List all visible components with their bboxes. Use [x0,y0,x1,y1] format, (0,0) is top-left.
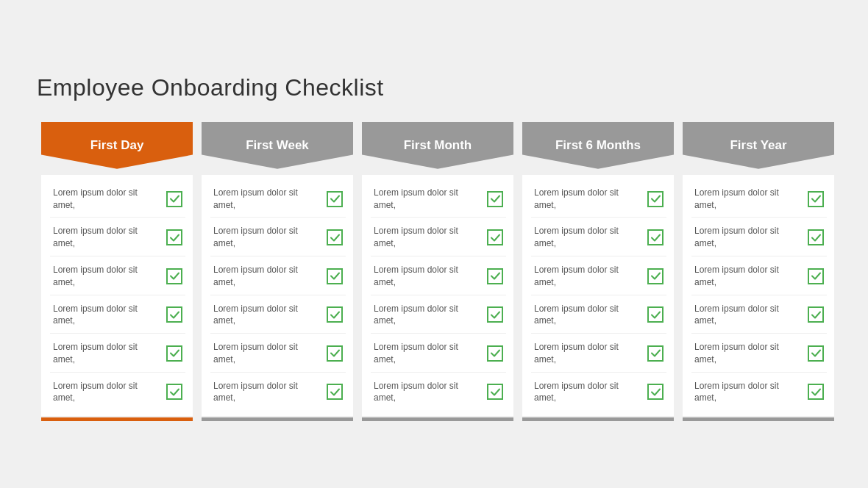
checklist-item[interactable]: Lorem ipsum dolor sit amet, [531,335,666,373]
check-icon [487,345,503,362]
check-icon [487,191,503,207]
check-icon [166,306,182,323]
check-icon [166,268,182,284]
checklist-item[interactable]: Lorem ipsum dolor sit amet, [531,219,666,256]
checklist-item[interactable]: Lorem ipsum dolor sit amet, [50,297,185,334]
check-icon [166,384,182,400]
item-text: Lorem ipsum dolor sit amet, [534,264,643,289]
checklist-item[interactable]: Lorem ipsum dolor sit amet, [691,181,827,218]
check-icon [647,229,664,245]
item-text: Lorem ipsum dolor sit amet, [53,341,162,366]
item-text: Lorem ipsum dolor sit amet, [694,380,803,405]
item-text: Lorem ipsum dolor sit amet, [213,225,322,250]
item-text: Lorem ipsum dolor sit amet, [694,187,803,212]
check-icon [327,191,343,207]
checklist-item[interactable]: Lorem ipsum dolor sit amet, [50,335,185,373]
item-text: Lorem ipsum dolor sit amet, [534,187,643,212]
column-first-year: First YearLorem ipsum dolor sit amet, Lo… [683,122,834,422]
checklist-item[interactable]: Lorem ipsum dolor sit amet, [371,297,506,334]
checklist-item[interactable]: Lorem ipsum dolor sit amet, [210,219,346,256]
checklist-item[interactable]: Lorem ipsum dolor sit amet, [210,297,346,334]
item-text: Lorem ipsum dolor sit amet, [213,380,322,405]
check-icon [327,345,343,362]
item-text: Lorem ipsum dolor sit amet, [53,303,162,328]
checklist-item[interactable]: Lorem ipsum dolor sit amet, [691,335,827,373]
column-footer-first-month [362,417,513,421]
item-text: Lorem ipsum dolor sit amet, [534,303,643,328]
checklist-item[interactable]: Lorem ipsum dolor sit amet, [371,258,506,295]
column-first-month: First MonthLorem ipsum dolor sit amet, L… [362,122,513,422]
column-header-first-6-months: First 6 Months [522,122,674,169]
item-text: Lorem ipsum dolor sit amet, [53,225,162,250]
checklist-item[interactable]: Lorem ipsum dolor sit amet, [531,374,666,411]
checklist-item[interactable]: Lorem ipsum dolor sit amet, [371,335,506,373]
checklist-item[interactable]: Lorem ipsum dolor sit amet, [531,181,666,218]
item-text: Lorem ipsum dolor sit amet, [213,303,322,328]
page-container: Employee Onboarding Checklist First DayL… [15,52,853,437]
check-icon [327,268,343,284]
column-header-first-week: First Week [202,122,353,169]
item-text: Lorem ipsum dolor sit amet, [53,187,162,212]
item-text: Lorem ipsum dolor sit amet, [374,380,483,405]
item-text: Lorem ipsum dolor sit amet, [53,380,162,405]
item-text: Lorem ipsum dolor sit amet, [374,225,483,250]
column-body-first-day: Lorem ipsum dolor sit amet, Lorem ipsum … [41,175,193,417]
checklist-item[interactable]: Lorem ipsum dolor sit amet, [691,258,827,295]
checklist-item[interactable]: Lorem ipsum dolor sit amet, [691,374,827,411]
item-text: Lorem ipsum dolor sit amet, [534,341,643,366]
column-header-first-day: First Day [41,122,193,169]
item-text: Lorem ipsum dolor sit amet, [374,303,483,328]
check-icon [808,306,824,323]
check-icon [647,384,664,400]
checklist-item[interactable]: Lorem ipsum dolor sit amet, [691,297,827,334]
checklist-item[interactable]: Lorem ipsum dolor sit amet, [50,219,185,256]
check-icon [808,345,824,362]
check-icon [808,268,824,284]
item-text: Lorem ipsum dolor sit amet, [694,303,803,328]
checklist-item[interactable]: Lorem ipsum dolor sit amet, [210,335,346,373]
column-first-6-months: First 6 MonthsLorem ipsum dolor sit amet… [522,122,674,422]
item-text: Lorem ipsum dolor sit amet, [213,187,322,212]
check-icon [487,306,503,323]
checklist-item[interactable]: Lorem ipsum dolor sit amet, [210,258,346,295]
column-footer-first-day [41,417,193,421]
check-icon [327,306,343,323]
item-text: Lorem ipsum dolor sit amet, [534,380,643,405]
page-title: Employee Onboarding Checklist [37,74,839,101]
item-text: Lorem ipsum dolor sit amet, [213,341,322,366]
checklist-item[interactable]: Lorem ipsum dolor sit amet, [531,297,666,334]
checklist-item[interactable]: Lorem ipsum dolor sit amet, [371,374,506,411]
check-icon [487,229,503,245]
checklist-item[interactable]: Lorem ipsum dolor sit amet, [50,374,185,411]
column-body-first-week: Lorem ipsum dolor sit amet, Lorem ipsum … [202,175,353,417]
column-header-first-month: First Month [362,122,513,169]
column-header-first-year: First Year [683,122,834,169]
checklist-item[interactable]: Lorem ipsum dolor sit amet, [371,181,506,218]
checklist-item[interactable]: Lorem ipsum dolor sit amet, [371,219,506,256]
check-icon [808,229,824,245]
checklist-item[interactable]: Lorem ipsum dolor sit amet, [210,374,346,411]
check-icon [327,229,343,245]
item-text: Lorem ipsum dolor sit amet, [534,225,643,250]
item-text: Lorem ipsum dolor sit amet, [374,341,483,366]
check-icon [647,306,664,323]
check-icon [808,191,824,207]
checklist-item[interactable]: Lorem ipsum dolor sit amet, [50,258,185,295]
check-icon [166,191,182,207]
check-icon [647,191,664,207]
column-footer-first-year [683,417,834,421]
item-text: Lorem ipsum dolor sit amet, [694,341,803,366]
item-text: Lorem ipsum dolor sit amet, [694,264,803,289]
check-icon [487,384,503,400]
checklist-item[interactable]: Lorem ipsum dolor sit amet, [50,181,185,218]
checklist-item[interactable]: Lorem ipsum dolor sit amet, [691,219,827,256]
check-icon [487,268,503,284]
column-body-first-6-months: Lorem ipsum dolor sit amet, Lorem ipsum … [522,175,674,417]
checklist-item[interactable]: Lorem ipsum dolor sit amet, [210,181,346,218]
column-footer-first-6-months [522,417,674,421]
column-first-day: First DayLorem ipsum dolor sit amet, Lor… [41,122,193,422]
checklist-item[interactable]: Lorem ipsum dolor sit amet, [531,258,666,295]
item-text: Lorem ipsum dolor sit amet, [374,264,483,289]
column-body-first-year: Lorem ipsum dolor sit amet, Lorem ipsum … [683,175,834,417]
check-icon [166,229,182,245]
